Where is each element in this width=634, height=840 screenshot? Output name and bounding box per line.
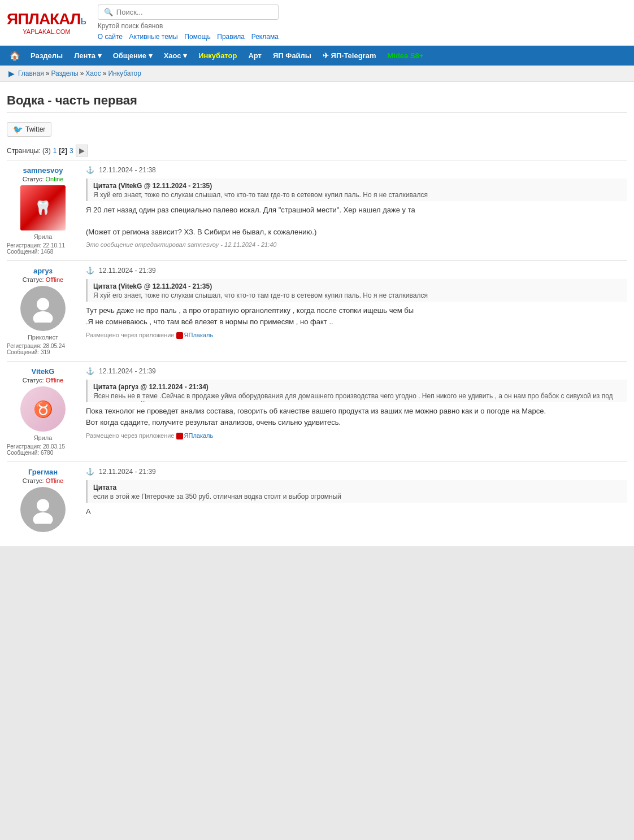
- post-3-status: Статус: Offline: [7, 377, 79, 384]
- page-3-link[interactable]: 3: [70, 147, 73, 155]
- breadcrumb-incubator[interactable]: Инкубатор: [108, 69, 141, 77]
- post-1-quote-text: Я хуй его знает, тоже по слухам слышал, …: [93, 191, 622, 199]
- post-4-status-val: Offline: [46, 477, 64, 484]
- post-2-quote: Цитата (VitekG @ 12.11.2024 - 21:35) Я х…: [86, 279, 627, 302]
- post-4-right: ⚓ 12.11.2024 - 21:39 Цитата если в этой …: [86, 468, 627, 535]
- post-3-status-val: Offline: [46, 377, 64, 384]
- twitter-icon: 🐦: [13, 125, 23, 134]
- post-3-username[interactable]: VitekG: [7, 367, 79, 376]
- post-3-left: VitekG Статус: Offline ♉ Ярила Регистрац…: [7, 367, 86, 456]
- link-ads[interactable]: Реклама: [251, 33, 279, 41]
- nav-obsh[interactable]: Общение ▾: [107, 46, 158, 66]
- app-logo-2: [176, 332, 183, 339]
- post-4-avatar: [20, 487, 66, 532]
- pagination: Страницы: (3) 1 [2] 3 ▶: [7, 145, 627, 156]
- post-3-quote-text: Ясен пень не в теме .Сейчас в продаже уй…: [93, 392, 622, 402]
- post-4-username[interactable]: Грегман: [7, 468, 79, 476]
- post-1-quote: Цитата (VitekG @ 12.11.2024 - 21:35) Я х…: [86, 179, 627, 201]
- nav-telegram[interactable]: ✈ ЯП-Telegram: [317, 46, 381, 66]
- nav-razd[interactable]: Разделы: [25, 46, 68, 66]
- link-rules[interactable]: Правила: [217, 33, 245, 41]
- avatar-icon: [29, 294, 57, 323]
- twitter-button[interactable]: 🐦 Twitter: [7, 122, 51, 137]
- post-1-avatar: 🦷: [20, 185, 66, 230]
- nav-incubator[interactable]: Инкубатор: [193, 46, 242, 66]
- post-1-status: Статус: Online: [7, 176, 79, 182]
- avatar-icon-4: [29, 495, 57, 524]
- post-2-header: ⚓ 12.11.2024 - 21:39: [86, 267, 627, 275]
- home-icon[interactable]: 🏠: [5, 46, 25, 66]
- app-link-3[interactable]: ЯПлакаль: [184, 432, 214, 439]
- post-2-footer: Размещено через приложение ЯПлакаль: [86, 332, 627, 339]
- nav-midea[interactable]: Midea S8+: [381, 46, 429, 66]
- app-link-2[interactable]: ЯПлакаль: [184, 332, 214, 338]
- search-icon: 🔍: [104, 8, 113, 16]
- search-box[interactable]: 🔍: [98, 5, 279, 20]
- post-3-right: ⚓ 12.11.2024 - 21:39 Цитата (аргуз @ 12.…: [86, 367, 627, 456]
- logo-drop: ь: [80, 14, 86, 27]
- post-2-status: Статус: Offline: [7, 276, 79, 283]
- logo-area: ЯПЛАКАЛь YAPLAKAL.COM: [7, 10, 86, 35]
- post-1-meta: Регистрация: 22.10.11Сообщений: 1468: [7, 242, 79, 255]
- breadcrumb-home[interactable]: Главная: [18, 69, 44, 77]
- post-2-quote-text: Я хуй его знает, тоже по слухам слышал, …: [93, 291, 622, 299]
- breadcrumb-arrow: ▶: [8, 69, 15, 78]
- svg-point-3: [33, 512, 53, 524]
- post-1-anchor-icon: ⚓: [86, 166, 94, 174]
- post-1-header: ⚓ 12.11.2024 - 21:38: [86, 166, 627, 174]
- svg-point-1: [33, 311, 53, 323]
- post-2-left: аргуз Статус: Offline Приколист Регистра…: [7, 267, 86, 355]
- post-4: Грегман Статус: Offline ⚓ 12.11.2024 - 2…: [7, 462, 627, 541]
- post-1-date: 12.11.2024 - 21:38: [99, 166, 156, 174]
- nav-haos[interactable]: Хаос ▾: [158, 46, 193, 66]
- page-title: Водка - часть первая: [7, 88, 627, 113]
- twitter-label: Twitter: [25, 125, 45, 133]
- post-2-username[interactable]: аргуз: [7, 267, 79, 275]
- link-about[interactable]: О сайте: [98, 33, 123, 41]
- breadcrumb-razd[interactable]: Разделы: [51, 69, 78, 77]
- post-3-quote-title: Цитата (аргуз @ 12.11.2024 - 21:34): [93, 383, 622, 391]
- breadcrumb: ▶ Главная » Разделы » Хаос » Инкубатор: [0, 66, 634, 82]
- search-input[interactable]: [116, 8, 272, 16]
- post-3-quote: Цитата (аргуз @ 12.11.2024 - 21:34) Ясен…: [86, 380, 627, 402]
- post-2-meta: Регистрация: 28.05.24Сообщений: 319: [7, 343, 79, 355]
- content-area: Водка - часть первая 🐦 Twitter Страницы:…: [0, 82, 634, 546]
- post-2-text: Тут речь даже не про паль , а про отврат…: [86, 305, 627, 327]
- post-3-avatar: ♉: [20, 386, 66, 432]
- post-2-avatar: [20, 286, 66, 331]
- pagination-next[interactable]: ▶: [76, 145, 88, 156]
- post-4-anchor-icon: ⚓: [86, 468, 94, 476]
- svg-point-0: [37, 298, 49, 311]
- post-1-username[interactable]: samnesvoy: [7, 166, 79, 175]
- post-1-quote-title: Цитата (VitekG @ 12.11.2024 - 21:35): [93, 182, 622, 190]
- page-1-link[interactable]: 1: [53, 147, 57, 155]
- svg-point-2: [37, 499, 49, 512]
- post-3-text: Пока технолог не проведет анализ состава…: [86, 406, 627, 428]
- top-nav: 🏠 Разделы Лента ▾ Общение ▾ Хаос ▾ Инкуб…: [0, 46, 634, 66]
- post-4-text: А: [86, 506, 627, 517]
- post-4-quote: Цитата если в этой же Пятерочке за 350 р…: [86, 480, 627, 503]
- post-1-right: ⚓ 12.11.2024 - 21:38 Цитата (VitekG @ 12…: [86, 166, 627, 255]
- nav-art[interactable]: Арт: [242, 46, 267, 66]
- breadcrumb-haos[interactable]: Хаос: [85, 69, 101, 77]
- post-2-anchor-icon: ⚓: [86, 267, 94, 275]
- link-help[interactable]: Помощь: [184, 33, 210, 41]
- post-4-quote-text: если в этой же Пятерочке за 350 руб. отл…: [93, 493, 622, 500]
- post-4-date: 12.11.2024 - 21:39: [99, 468, 156, 476]
- nav-lenta[interactable]: Лента ▾: [68, 46, 107, 66]
- nav-links: О сайте Активные темы Помощь Правила Рек…: [98, 32, 283, 41]
- link-active[interactable]: Активные темы: [129, 33, 178, 41]
- post-2-role: Приколист: [7, 334, 79, 341]
- pages-label: Страницы: (3): [7, 147, 51, 155]
- post-2: аргуз Статус: Offline Приколист Регистра…: [7, 260, 627, 361]
- post-3: VitekG Статус: Offline ♉ Ярила Регистрац…: [7, 361, 627, 462]
- post-1: samnesvoy Статус: Online 🦷 Ярила Регистр…: [7, 160, 627, 260]
- post-3-header: ⚓ 12.11.2024 - 21:39: [86, 367, 627, 375]
- post-2-right: ⚓ 12.11.2024 - 21:39 Цитата (VitekG @ 12…: [86, 267, 627, 355]
- nav-files[interactable]: ЯП Файлы: [267, 46, 317, 66]
- post-1-edit: Это сообщение отредактировал samnesvoy -…: [86, 241, 627, 248]
- post-2-status-val: Offline: [46, 276, 64, 283]
- post-2-date: 12.11.2024 - 21:39: [99, 267, 156, 275]
- app-logo-3: [176, 433, 183, 439]
- post-4-quote-title: Цитата: [93, 484, 622, 491]
